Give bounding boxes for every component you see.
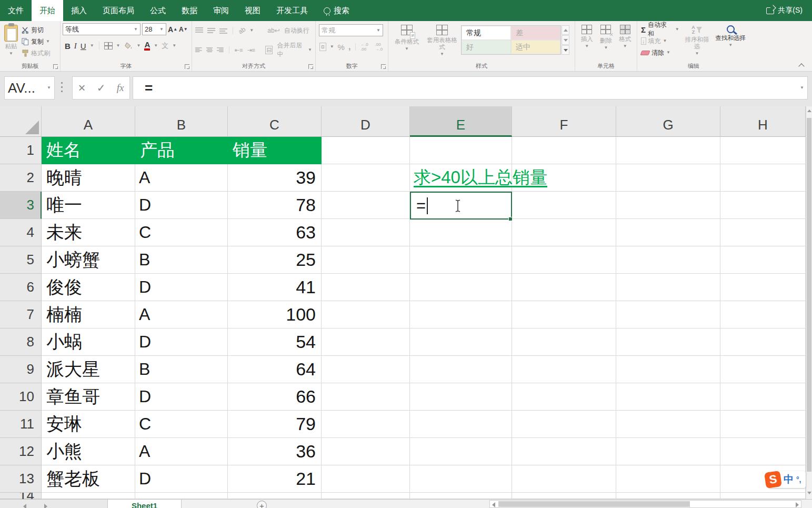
delete-cells-button[interactable]: × 删除 ▼ bbox=[596, 23, 615, 52]
font-size-select[interactable]: 28 ▼ bbox=[142, 23, 166, 35]
row-header-2[interactable]: 2 bbox=[0, 164, 42, 192]
annotation-cell-e2[interactable]: 求>40以上总销量 bbox=[414, 164, 547, 192]
horizontal-scrollbar-thumb[interactable] bbox=[498, 501, 690, 507]
horizontal-scrollbar[interactable] bbox=[489, 500, 801, 508]
cell-A2[interactable]: 晚晴 bbox=[42, 164, 135, 192]
cell-F4[interactable] bbox=[512, 219, 616, 246]
cell-C14[interactable] bbox=[228, 493, 322, 499]
cell-D5[interactable] bbox=[322, 246, 410, 274]
cell-F10[interactable] bbox=[512, 383, 616, 411]
cell-E7[interactable] bbox=[410, 301, 512, 328]
cell-G4[interactable] bbox=[616, 219, 720, 246]
italic-button[interactable]: I bbox=[74, 42, 77, 51]
cell-H2[interactable] bbox=[720, 164, 806, 192]
font-dialog-launcher[interactable] bbox=[185, 64, 189, 69]
cell-B14[interactable] bbox=[135, 493, 228, 499]
cell-H3[interactable] bbox=[720, 192, 806, 219]
cell-A8[interactable]: 小蜗 bbox=[42, 328, 135, 356]
increase-indent-icon[interactable]: ⇥≡ bbox=[247, 47, 255, 54]
cell-H12[interactable] bbox=[720, 438, 806, 465]
cell-A6[interactable]: 俊俊 bbox=[42, 274, 135, 301]
cell-G2[interactable] bbox=[616, 164, 720, 192]
cell-F7[interactable] bbox=[512, 301, 616, 328]
cell-A9[interactable]: 派大星 bbox=[42, 356, 135, 383]
wrap-text-button[interactable]: 自动换行 bbox=[284, 26, 309, 35]
cell-F13[interactable] bbox=[512, 465, 616, 493]
cell-B1[interactable]: 产品 bbox=[135, 137, 228, 164]
cell-F12[interactable] bbox=[512, 438, 616, 465]
cell-E8[interactable] bbox=[410, 328, 512, 356]
borders-chevron-icon[interactable]: ▼ bbox=[116, 44, 121, 48]
orientation-chevron-icon[interactable]: ▼ bbox=[249, 28, 254, 33]
cell-D6[interactable] bbox=[322, 274, 410, 301]
row-header-7[interactable]: 7 bbox=[0, 301, 42, 328]
cell-G11[interactable] bbox=[616, 411, 720, 438]
cell-C4[interactable]: 63 bbox=[228, 219, 322, 246]
cell-D7[interactable] bbox=[322, 301, 410, 328]
cell-H14[interactable] bbox=[720, 493, 806, 499]
cell-G13[interactable] bbox=[616, 465, 720, 493]
cell-H6[interactable] bbox=[720, 274, 806, 301]
row-header-12[interactable]: 12 bbox=[0, 438, 42, 465]
column-header-E[interactable]: E bbox=[410, 106, 512, 137]
comma-style-button[interactable]: , bbox=[348, 42, 350, 52]
cell-D1[interactable] bbox=[322, 137, 410, 164]
cell-F8[interactable] bbox=[512, 328, 616, 356]
clipboard-dialog-launcher[interactable] bbox=[53, 64, 58, 69]
cell-E5[interactable] bbox=[410, 246, 512, 274]
name-box-chevron-icon[interactable]: ▼ bbox=[47, 86, 51, 90]
formula-bar-expand-icon[interactable]: ▼ bbox=[800, 86, 804, 90]
cell-G9[interactable] bbox=[616, 356, 720, 383]
cell-E1[interactable] bbox=[410, 137, 512, 164]
cell-C8[interactable]: 54 bbox=[228, 328, 322, 356]
cell-F14[interactable] bbox=[512, 493, 616, 499]
cell-B5[interactable]: B bbox=[135, 246, 228, 274]
percent-style-button[interactable]: % bbox=[338, 43, 345, 52]
fill-color-chevron-icon[interactable]: ▼ bbox=[137, 44, 141, 48]
cell-E13[interactable] bbox=[410, 465, 512, 493]
cancel-button[interactable]: × bbox=[78, 81, 86, 95]
cell-D9[interactable] bbox=[322, 356, 410, 383]
select-all-button[interactable] bbox=[0, 106, 42, 137]
cell-D14[interactable] bbox=[322, 493, 410, 499]
column-header-H[interactable]: H bbox=[720, 106, 806, 137]
paste-button[interactable]: 粘贴 ▼ bbox=[2, 23, 20, 59]
tab-file[interactable]: 文件 bbox=[0, 0, 32, 21]
cell-A12[interactable]: 小熊 bbox=[42, 438, 135, 465]
cell-E14[interactable] bbox=[410, 493, 512, 499]
vertical-scrollbar-thumb[interactable] bbox=[807, 118, 811, 472]
tab-view[interactable]: 视图 bbox=[237, 0, 268, 21]
column-header-G[interactable]: G bbox=[616, 106, 720, 137]
cell-H8[interactable] bbox=[720, 328, 806, 356]
cell-B4[interactable]: C bbox=[135, 219, 228, 246]
cell-D3[interactable] bbox=[322, 192, 410, 219]
cell-H11[interactable] bbox=[720, 411, 806, 438]
align-center-icon[interactable] bbox=[206, 47, 213, 53]
cell-C9[interactable]: 64 bbox=[228, 356, 322, 383]
number-dialog-launcher[interactable] bbox=[381, 64, 386, 69]
cell-style-3[interactable]: 好 bbox=[462, 40, 511, 54]
phonetic-chevron-icon[interactable]: ▼ bbox=[172, 44, 176, 48]
cell-G14[interactable] bbox=[616, 493, 720, 499]
cell-D4[interactable] bbox=[322, 219, 410, 246]
cell-D10[interactable] bbox=[322, 383, 410, 411]
new-sheet-button[interactable]: + bbox=[257, 501, 267, 508]
column-header-F[interactable]: F bbox=[512, 106, 616, 137]
cell-C12[interactable]: 36 bbox=[228, 438, 322, 465]
align-left-icon[interactable] bbox=[195, 47, 202, 53]
cell-A1[interactable]: 姓名 bbox=[42, 137, 135, 164]
row-header-5[interactable]: 5 bbox=[0, 246, 42, 274]
cell-H5[interactable] bbox=[720, 246, 806, 274]
cell-G10[interactable] bbox=[616, 383, 720, 411]
merge-center-button[interactable]: 合并后居中 bbox=[277, 41, 304, 59]
cell-B8[interactable]: D bbox=[135, 328, 228, 356]
cell-B3[interactable]: D bbox=[135, 192, 228, 219]
row-header-3[interactable]: 3 bbox=[0, 192, 42, 219]
borders-icon[interactable] bbox=[104, 42, 113, 49]
fill-button[interactable]: ↓ 填充 ▼ bbox=[639, 35, 681, 47]
row-header-14[interactable]: 14 bbox=[0, 493, 42, 499]
cell-E12[interactable] bbox=[410, 438, 512, 465]
next-sheet-icon[interactable] bbox=[44, 504, 47, 508]
copy-button[interactable]: 复制 ▼ bbox=[20, 36, 52, 47]
cell-H9[interactable] bbox=[720, 356, 806, 383]
